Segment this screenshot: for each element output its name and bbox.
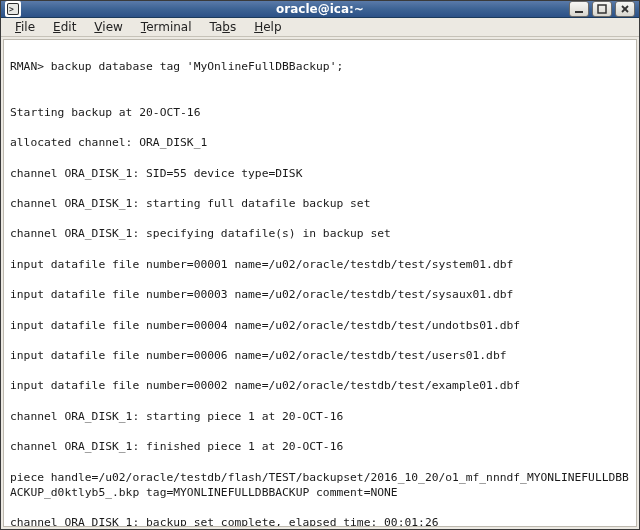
terminal-line: input datafile file number=00004 name=/u… <box>10 318 630 333</box>
maximize-button[interactable] <box>592 1 612 17</box>
terminal-line: input datafile file number=00002 name=/u… <box>10 378 630 393</box>
menu-tabs[interactable]: Tabs <box>202 18 245 36</box>
menu-file[interactable]: File <box>7 18 43 36</box>
terminal-line: input datafile file number=00003 name=/u… <box>10 287 630 302</box>
menu-help[interactable]: Help <box>246 18 289 36</box>
menubar: File Edit View Terminal Tabs Help <box>1 18 639 37</box>
terminal-line: input datafile file number=00006 name=/u… <box>10 348 630 363</box>
menu-view[interactable]: View <box>86 18 130 36</box>
terminal-line: channel ORA_DISK_1: starting piece 1 at … <box>10 409 630 424</box>
terminal-line: channel ORA_DISK_1: specifying datafile(… <box>10 226 630 241</box>
terminal-line: channel ORA_DISK_1: SID=55 device type=D… <box>10 166 630 181</box>
terminal-line: Starting backup at 20-OCT-16 <box>10 105 630 120</box>
maximize-icon <box>597 4 607 14</box>
terminal-output[interactable]: RMAN> backup database tag 'MyOnlineFullD… <box>3 39 637 527</box>
terminal-line: channel ORA_DISK_1: starting full datafi… <box>10 196 630 211</box>
terminal-line: input datafile file number=00001 name=/u… <box>10 257 630 272</box>
menu-terminal[interactable]: Terminal <box>133 18 200 36</box>
svg-text:>: > <box>9 5 14 14</box>
minimize-icon <box>574 4 584 14</box>
terminal-line: piece handle=/u02/oracle/testdb/flash/TE… <box>10 470 630 500</box>
terminal-line: allocated channel: ORA_DISK_1 <box>10 135 630 150</box>
terminal-line: channel ORA_DISK_1: finished piece 1 at … <box>10 439 630 454</box>
minimize-button[interactable] <box>569 1 589 17</box>
titlebar[interactable]: > oracle@ica:~ <box>1 1 639 18</box>
close-icon <box>620 4 630 14</box>
window-controls <box>569 1 635 17</box>
svg-rect-4 <box>598 5 606 13</box>
terminal-line: channel ORA_DISK_1: backup set complete,… <box>10 515 630 527</box>
svg-rect-3 <box>575 11 583 13</box>
terminal-line: RMAN> backup database tag 'MyOnlineFullD… <box>10 59 630 74</box>
close-button[interactable] <box>615 1 635 17</box>
menu-edit[interactable]: Edit <box>45 18 84 36</box>
window-title: oracle@ica:~ <box>1 2 639 16</box>
terminal-app-icon: > <box>5 1 21 17</box>
app-window: > oracle@ica:~ File Edit View Terminal T… <box>0 0 640 530</box>
